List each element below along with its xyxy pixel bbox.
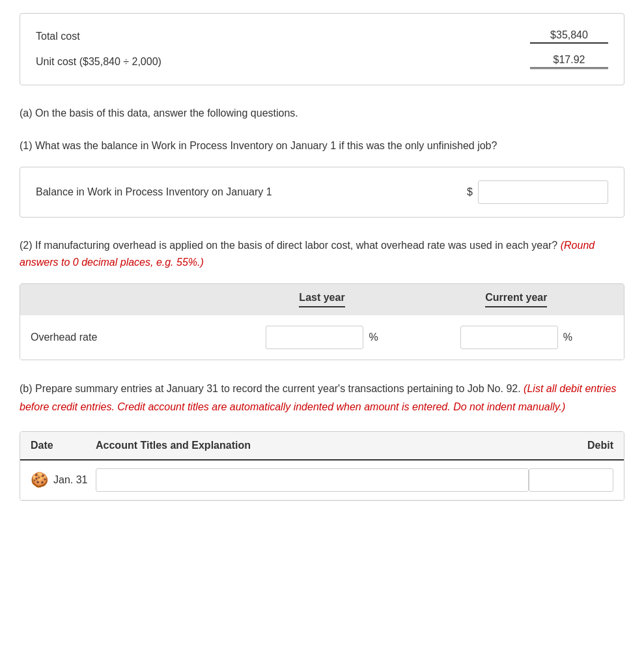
question-b-text: (b) Prepare summary entries at January 3… [20, 380, 624, 415]
page-container: Total cost $35,840 Unit cost ($35,840 ÷ … [0, 0, 644, 514]
unit-cost-row: Unit cost ($35,840 ÷ 2,000) $17.92 [36, 49, 608, 74]
overhead-last-year-group: % [225, 326, 419, 349]
overhead-rate-table: Last year Current year Overhead rate % % [20, 283, 624, 360]
overhead-table-header: Last year Current year [20, 284, 624, 315]
dollar-sign: $ [467, 186, 473, 198]
overhead-percent-1: % [369, 332, 378, 343]
question-a-intro: (a) On the basis of this data, answer th… [20, 105, 624, 122]
overhead-current-year-group: % [419, 326, 613, 349]
journal-date-cell: 🍪 Jan. 31 [31, 472, 96, 489]
balance-input-label: Balance in Work in Process Inventory on … [36, 186, 467, 198]
overhead-rate-label: Overhead rate [31, 332, 225, 343]
journal-debit-input[interactable] [529, 468, 613, 492]
total-cost-row: Total cost $35,840 [36, 24, 608, 49]
journal-row-jan31: 🍪 Jan. 31 [20, 461, 624, 500]
total-cost-value: $35,840 [530, 29, 608, 44]
overhead-current-year-input[interactable] [460, 326, 558, 349]
cost-summary-table: Total cost $35,840 Unit cost ($35,840 ÷ … [20, 13, 624, 85]
unit-cost-label: Unit cost ($35,840 ÷ 2,000) [36, 56, 530, 68]
balance-input[interactable] [478, 180, 608, 204]
total-cost-label: Total cost [36, 31, 530, 42]
overhead-data-row: Overhead rate % % [20, 315, 624, 360]
journal-account-cell [96, 468, 529, 492]
overhead-col-last-year: Last year [225, 292, 419, 307]
journal-debit-cell [529, 468, 613, 492]
question-2-text: (2) If manufacturing overhead is applied… [20, 237, 624, 270]
overhead-last-year-input[interactable] [266, 326, 363, 349]
overhead-col-current-year: Current year [419, 292, 613, 307]
journal-date-value: Jan. 31 [53, 474, 87, 486]
cookie-icon: 🍪 [31, 472, 48, 489]
journal-account-input[interactable] [96, 468, 529, 492]
balance-input-section: Balance in Work in Process Inventory on … [20, 167, 624, 218]
journal-table-header: Date Account Titles and Explanation Debi… [20, 432, 624, 461]
journal-col-date: Date [31, 440, 96, 451]
journal-col-debit: Debit [529, 440, 613, 451]
journal-col-account: Account Titles and Explanation [96, 440, 529, 451]
journal-table: Date Account Titles and Explanation Debi… [20, 431, 624, 501]
unit-cost-value: $17.92 [530, 54, 608, 69]
overhead-col-empty [31, 292, 225, 307]
overhead-percent-2: % [563, 332, 572, 343]
question-1-text: (1) What was the balance in Work in Proc… [20, 137, 624, 154]
